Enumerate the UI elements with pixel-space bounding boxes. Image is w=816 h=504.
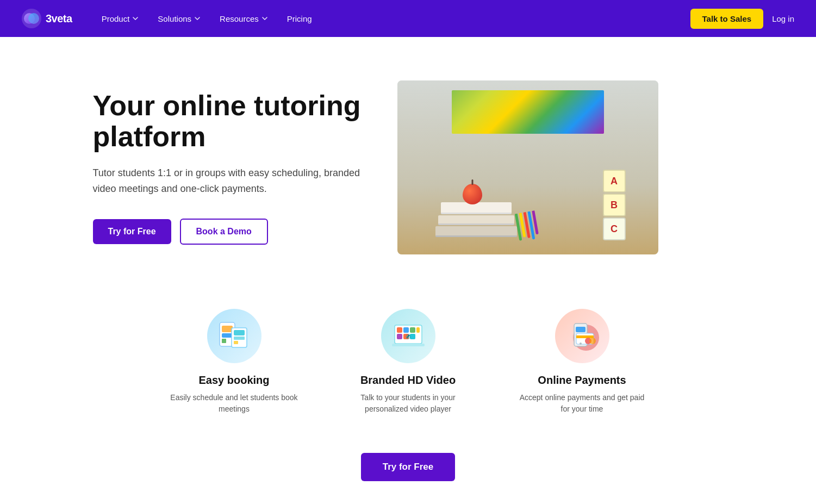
apple-decoration [463, 184, 482, 204]
nav-actions: Talk to Sales Log in [690, 9, 794, 29]
hero-buttons: Try for Free Book a Demo [93, 219, 365, 245]
svg-rect-13 [397, 327, 402, 333]
nav-product[interactable]: Product [94, 10, 147, 28]
branded-video-title: Branded HD Video [360, 374, 456, 387]
block-c: C [603, 217, 626, 240]
block-b: B [603, 194, 626, 216]
svg-rect-4 [222, 326, 233, 332]
logo-icon [22, 9, 41, 28]
chevron-down-icon [132, 15, 139, 22]
svg-rect-6 [222, 339, 226, 343]
hero-subtitle: Tutor students 1:1 or in groups with eas… [93, 165, 365, 197]
svg-rect-10 [234, 341, 238, 344]
online-payments-desc: Accept online payments and get paid for … [517, 392, 647, 415]
svg-point-2 [28, 13, 39, 24]
bottom-try-free-button[interactable]: Try for Free [361, 453, 456, 481]
nav-links: Product Solutions Resources Pricing [94, 10, 690, 28]
feature-branded-video: Branded HD Video Talk to your students i… [343, 309, 474, 415]
chevron-down-icon [261, 15, 269, 22]
payments-icon [563, 317, 601, 355]
video-icon [389, 317, 427, 355]
easy-booking-icon-wrap [207, 309, 261, 363]
nav-resources[interactable]: Resources [212, 10, 276, 28]
hero-title: Your online tutoring platform [93, 90, 365, 152]
chevron-down-icon [194, 15, 201, 22]
hero-section: Your online tutoring platform Tutor stud… [28, 37, 789, 287]
book-1 [441, 202, 512, 214]
booking-icon [215, 317, 253, 355]
bottom-cta-section: Try for Free [0, 447, 816, 504]
online-payments-title: Online Payments [538, 374, 626, 387]
svg-rect-9 [234, 337, 245, 340]
books-stack [441, 202, 517, 238]
hero-try-free-button[interactable]: Try for Free [93, 219, 171, 244]
feature-easy-booking: Easy booking Easily schedule and let stu… [169, 309, 300, 415]
login-button[interactable]: Log in [772, 14, 794, 23]
nav-pricing[interactable]: Pricing [279, 10, 320, 28]
hero-content: Your online tutoring platform Tutor stud… [93, 90, 365, 245]
book-2 [438, 215, 514, 225]
svg-rect-5 [222, 333, 233, 338]
hero-book-demo-button[interactable]: Book a Demo [180, 219, 268, 245]
logo[interactable]: 3veta [22, 9, 72, 28]
svg-rect-12 [392, 344, 425, 346]
talk-to-sales-button[interactable]: Talk to Sales [690, 9, 764, 29]
hero-image: A B C [397, 80, 658, 254]
nav-solutions[interactable]: Solutions [150, 10, 209, 28]
feature-online-payments: Online Payments Accept online payments a… [517, 309, 647, 415]
navbar: 3veta Product Solutions Resources Pricin… [0, 0, 816, 37]
easy-booking-title: Easy booking [198, 374, 269, 387]
branded-video-desc: Talk to your students in your personaliz… [343, 392, 474, 415]
online-payments-icon-wrap [555, 309, 609, 363]
svg-rect-15 [410, 327, 415, 333]
branded-video-icon-wrap [381, 309, 435, 363]
svg-rect-25 [576, 335, 594, 338]
features-section: Easy booking Easily schedule and let stu… [0, 287, 816, 447]
easy-booking-desc: Easily schedule and let students book me… [169, 392, 300, 415]
book-3 [435, 226, 517, 237]
block-a: A [603, 170, 626, 192]
svg-point-28 [580, 343, 582, 345]
svg-point-27 [589, 338, 596, 344]
painting-decoration [452, 90, 604, 134]
svg-rect-16 [416, 327, 420, 333]
logo-text: 3veta [46, 13, 72, 25]
svg-rect-14 [403, 327, 409, 333]
svg-rect-23 [576, 327, 585, 332]
svg-rect-8 [234, 330, 245, 335]
abc-blocks: A B C [603, 170, 626, 240]
pencils-decoration [514, 210, 539, 242]
svg-rect-17 [397, 334, 402, 339]
